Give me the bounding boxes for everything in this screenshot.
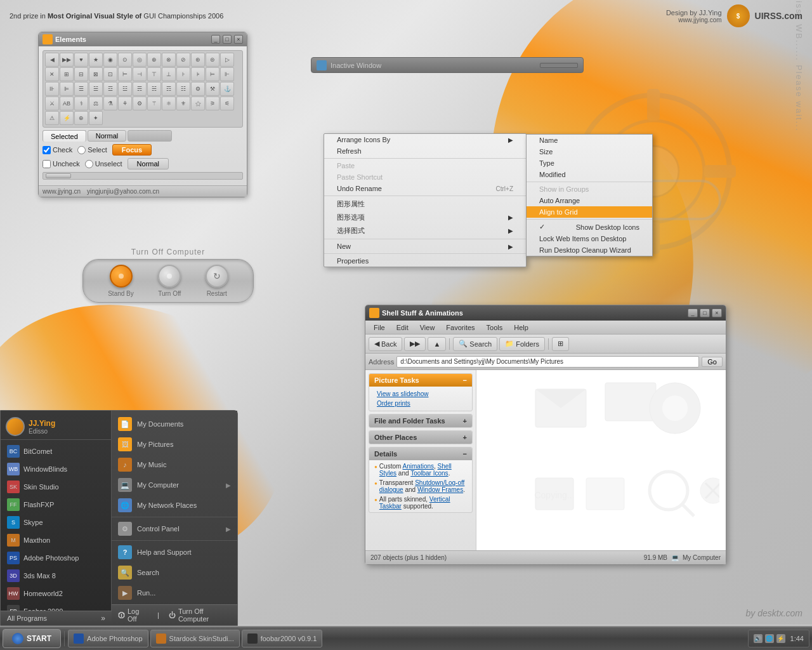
menu-item-select-mode[interactable]: 选择图式 ▶ [324, 224, 526, 237]
icon-cell[interactable]: ⊟ [74, 67, 88, 81]
icon-cell[interactable]: ⚟ [220, 96, 234, 110]
right-item-controlpanel[interactable]: ⚙ Control Panel ▶ [112, 519, 237, 539]
shell-menu-file[interactable]: File [369, 322, 390, 333]
icon-cell[interactable]: ⚓ [220, 82, 234, 96]
menu-item-arrange[interactable]: Arrange Icons By ▶ [324, 134, 526, 145]
icon-cell[interactable]: ☷ [176, 82, 190, 96]
icon-cell[interactable]: ✦ [89, 111, 103, 125]
start-item-homeworld[interactable]: HW Homeworld2 [1, 585, 111, 602]
panel-task-item[interactable]: Order prints [374, 399, 467, 408]
restart-button[interactable]: ↻ [206, 265, 228, 288]
right-item-helpsupport[interactable]: ? Help and Support [112, 542, 237, 562]
icon-cell[interactable]: ⊙ [118, 53, 132, 67]
tab-normal[interactable]: Normal [88, 130, 126, 142]
icon-cell[interactable]: ⊦ [176, 67, 190, 81]
submenu-item-type[interactable]: Type [527, 157, 652, 169]
shell-menu-edit[interactable]: Edit [391, 322, 414, 333]
icon-cell[interactable]: ♥ [74, 53, 88, 67]
icon-cell[interactable]: ⚚ [147, 96, 161, 110]
shell-view-button[interactable]: ⊞ [552, 337, 569, 351]
submenu-item-modified[interactable]: Modified [527, 169, 652, 180]
start-item-flashfxp[interactable]: FF FlashFXP [1, 496, 111, 514]
turnoff-start-button[interactable]: ⏻ Turn Off Computer [169, 607, 231, 623]
icon-cell[interactable]: ☳ [118, 82, 132, 96]
close-button[interactable]: × [234, 35, 243, 44]
icon-cell[interactable]: ☱ [89, 82, 103, 96]
horizontal-scrollbar[interactable] [43, 172, 243, 180]
unselect-radio[interactable] [85, 160, 93, 168]
tab-third[interactable] [128, 130, 172, 142]
panel-task-item[interactable]: View as slideshow [374, 389, 467, 399]
shell-search-button[interactable]: 🔍 Search [453, 337, 497, 351]
icon-cell[interactable]: ◉ [103, 53, 117, 67]
shell-menu-favorites[interactable]: Favorites [441, 322, 480, 333]
check-label[interactable]: Check [43, 146, 72, 154]
maximize-button[interactable]: □ [223, 35, 232, 44]
icon-cell[interactable]: ☲ [103, 82, 117, 96]
submenu-item-show-desktop[interactable]: ✓Show Desktop Icons [527, 221, 652, 233]
scrollbar-thumb[interactable] [46, 173, 71, 178]
tab-selected[interactable]: Selected [43, 130, 86, 142]
icon-cell[interactable]: ⊠ [89, 67, 103, 81]
picture-tasks-header[interactable]: Picture Tasks − [369, 374, 472, 387]
start-item-3dsmax[interactable]: 3D 3ds Max 8 [1, 567, 111, 585]
icon-cell[interactable]: ☶ [162, 82, 176, 96]
normal-button[interactable]: Normal [128, 158, 169, 169]
details-header[interactable]: Details − [369, 448, 472, 460]
submenu-item-size[interactable]: Size [527, 146, 652, 157]
submenu-item-align-grid[interactable]: Align to Grid [527, 206, 652, 218]
icon-cell[interactable]: ⊨ [206, 67, 219, 81]
animations-link[interactable]: Animations [403, 463, 434, 470]
icon-cell[interactable]: ▶▶ [60, 53, 74, 67]
icon-cell[interactable]: ▷ [220, 53, 234, 67]
shell-forward-button[interactable]: ▶▶ [404, 337, 426, 351]
all-programs-button[interactable]: All Programs » [1, 611, 112, 625]
taskbar-item-stardock[interactable]: Stardock SkinStudi... [150, 630, 240, 647]
menu-item-properties[interactable]: Properties [324, 255, 526, 267]
turnoff-button[interactable] [158, 265, 181, 288]
menu-item-undo-rename[interactable]: Undo Rename Ctrl+Z [324, 183, 526, 194]
focus-button[interactable]: Focus [112, 144, 152, 156]
right-item-search[interactable]: 🔍 Search [112, 562, 237, 583]
shell-folders-button[interactable]: 📁 Folders [499, 337, 545, 351]
shell-back-button[interactable]: ◀ Back [369, 337, 402, 351]
icon-cell[interactable]: ⊡ [103, 67, 117, 81]
icon-cell[interactable]: ☰ [74, 82, 88, 96]
shell-close-button[interactable]: × [712, 308, 722, 317]
icon-cell[interactable]: ⊤ [147, 67, 161, 81]
file-folder-tasks-header[interactable]: File and Folder Tasks + [369, 415, 472, 427]
icon-cell[interactable]: ⚘ [118, 96, 132, 110]
right-item-mycomputer[interactable]: 💻 My Computer ▶ [112, 475, 237, 495]
icon-cell[interactable]: ⊪ [45, 82, 59, 96]
menu-item-graphics-prop[interactable]: 图形属性 [324, 197, 526, 211]
other-places-header[interactable]: Other Places + [369, 431, 472, 444]
icon-cell[interactable]: ⚙ [191, 82, 205, 96]
shell-menu-tools[interactable]: Tools [481, 322, 508, 333]
icon-cell[interactable]: ⚖ [89, 96, 103, 110]
icon-cell[interactable]: ☵ [147, 82, 161, 96]
icon-cell[interactable]: ⚝ [191, 96, 205, 110]
minimize-button[interactable]: _ [211, 35, 220, 44]
icon-cell[interactable]: ⊜ [206, 53, 219, 67]
start-item-windowblinds[interactable]: WB WindowBlinds [1, 460, 111, 478]
standby-button[interactable] [110, 265, 133, 288]
right-item-mypictures[interactable]: 🖼 My Pictures [112, 434, 237, 454]
vertical-taskbar-link[interactable]: Vertical Taskbar [379, 496, 450, 510]
start-item-maxthon[interactable]: M Maxthon [1, 531, 111, 549]
icon-cell[interactable]: ⊞ [60, 67, 74, 81]
icon-cell[interactable]: ☴ [133, 82, 147, 96]
icon-cell[interactable]: ⊛ [191, 53, 205, 67]
taskbar-item-foobar[interactable]: foobar2000 v0.9.1 [242, 630, 323, 647]
icon-cell[interactable]: ⊘ [176, 53, 190, 67]
right-item-mydocuments[interactable]: 📄 My Documents [112, 414, 237, 434]
right-item-network[interactable]: 🌐 My Network Places [112, 495, 237, 515]
icon-cell[interactable]: ⊢ [118, 67, 132, 81]
icon-cell[interactable]: ✕ [45, 67, 59, 81]
icon-cell[interactable]: ⊗ [162, 53, 176, 67]
icon-cell[interactable]: ⚙ [133, 96, 147, 110]
right-item-run[interactable]: ▶ Run... [112, 583, 237, 603]
start-item-bitcomet[interactable]: BC BitComet [1, 442, 111, 460]
shell-menu-help[interactable]: Help [509, 322, 534, 333]
menu-item-new[interactable]: New ▶ [324, 241, 526, 252]
start-item-photoshop[interactable]: PS Adobe Photoshop [1, 549, 111, 567]
